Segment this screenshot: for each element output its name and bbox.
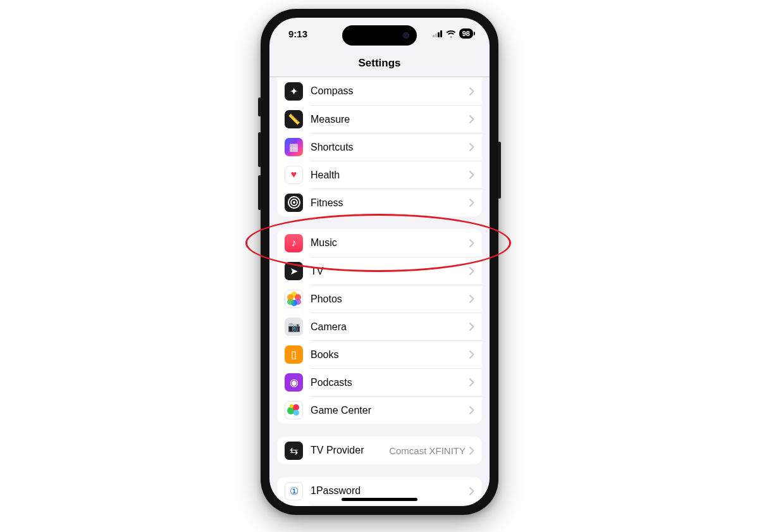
row-content: Camera <box>311 312 482 340</box>
settings-group-media: ♪Music➤TVPhotos📷Camera▯Books◉PodcastsGam… <box>277 229 482 424</box>
row-label: TV <box>311 266 469 277</box>
row-content: Measure <box>311 105 482 133</box>
chevron-right-icon <box>469 115 474 123</box>
settings-row-music[interactable]: ♪Music <box>277 229 482 257</box>
settings-row-health[interactable]: ♥Health <box>277 161 482 189</box>
row-label: Photos <box>311 294 469 305</box>
chevron-right-icon <box>469 295 474 303</box>
photos-icon <box>285 290 303 308</box>
chevron-right-icon <box>469 447 474 455</box>
row-label: Shortcuts <box>311 142 469 153</box>
wifi-icon <box>446 28 456 39</box>
row-label: Measure <box>311 114 469 125</box>
chevron-right-icon <box>469 267 474 275</box>
svg-rect-1 <box>435 34 437 37</box>
chevron-right-icon <box>469 323 474 331</box>
screen: 9:13 98 Settings ✦Compass📏Measure▦Shortc… <box>269 18 490 506</box>
settings-row-gamecenter[interactable]: Game Center <box>277 396 482 424</box>
status-right: 98 <box>433 28 473 39</box>
settings-row-tv[interactable]: ➤TV <box>277 257 482 285</box>
chevron-right-icon <box>469 487 474 495</box>
status-time: 9:13 <box>288 28 307 39</box>
measure-icon: 📏 <box>285 110 303 128</box>
cellular-icon <box>433 28 443 39</box>
tv-icon: ➤ <box>285 262 303 280</box>
row-label: Health <box>311 170 469 181</box>
music-icon: ♪ <box>285 234 303 252</box>
volume-up-button <box>258 132 261 167</box>
chevron-right-icon <box>469 239 474 247</box>
row-label: Camera <box>311 321 469 333</box>
svg-rect-2 <box>438 32 440 37</box>
row-label: TV Provider <box>311 445 389 456</box>
silence-switch <box>258 97 261 116</box>
chevron-right-icon <box>469 406 474 414</box>
side-button <box>498 142 501 199</box>
row-content: Books <box>311 340 482 368</box>
settings-row-compass[interactable]: ✦Compass <box>277 77 482 105</box>
camera-icon: 📷 <box>285 318 303 336</box>
row-label: Fitness <box>311 197 469 209</box>
chevron-right-icon <box>469 143 474 151</box>
row-content: Podcasts <box>311 368 482 396</box>
settings-row-books[interactable]: ▯Books <box>277 340 482 368</box>
books-icon: ▯ <box>285 345 303 364</box>
row-content: 3DMark Wild Life Extreme <box>311 505 482 506</box>
row-content: Photos <box>311 285 482 312</box>
row-label: 1Password <box>311 485 469 497</box>
nav-bar: Settings <box>269 49 490 77</box>
settings-row-podcasts[interactable]: ◉Podcasts <box>277 368 482 396</box>
row-content: TV ProviderComcast XFINITY <box>311 436 482 464</box>
row-label: Music <box>311 237 469 249</box>
row-detail: Comcast XFINITY <box>389 445 466 456</box>
row-content: Music <box>311 229 482 257</box>
settings-row-camera[interactable]: 📷Camera <box>277 312 482 340</box>
row-content: Health <box>311 161 482 189</box>
row-label: Podcasts <box>311 377 469 388</box>
svg-rect-0 <box>433 35 435 37</box>
volume-down-button <box>258 175 261 210</box>
row-label: Compass <box>311 85 469 97</box>
settings-row-measure[interactable]: 📏Measure <box>277 105 482 133</box>
home-indicator[interactable] <box>342 498 417 501</box>
row-content: TV <box>311 257 482 285</box>
settings-row-photos[interactable]: Photos <box>277 285 482 312</box>
shortcuts-icon: ▦ <box>285 138 303 156</box>
tvprovider-icon: ⇆ <box>285 442 303 460</box>
chevron-right-icon <box>469 171 474 179</box>
settings-group-third-party: ①1Password〰3DMark Wild Life Extreme <box>277 477 482 506</box>
row-content: Shortcuts <box>311 133 482 161</box>
row-content: Compass <box>311 77 482 105</box>
chevron-right-icon <box>469 199 474 207</box>
row-content: Game Center <box>311 396 482 424</box>
settings-group-tv-provider: ⇆TV ProviderComcast XFINITY <box>277 436 482 464</box>
chevron-right-icon <box>469 378 474 387</box>
settings-row-fitness[interactable]: Fitness <box>277 189 482 216</box>
settings-row-3dmark[interactable]: 〰3DMark Wild Life Extreme <box>277 505 482 506</box>
chevron-right-icon <box>469 87 474 96</box>
phone-frame: 9:13 98 Settings ✦Compass📏Measure▦Shortc… <box>261 9 498 515</box>
front-camera <box>403 32 409 39</box>
row-content: Fitness <box>311 189 482 216</box>
row-label: Books <box>311 349 469 361</box>
fitness-icon <box>285 194 303 212</box>
1password-icon: ① <box>285 482 303 500</box>
row-label: Game Center <box>311 405 469 416</box>
settings-row-tvprovider[interactable]: ⇆TV ProviderComcast XFINITY <box>277 436 482 464</box>
chevron-right-icon <box>469 350 474 359</box>
compass-icon: ✦ <box>285 82 303 101</box>
settings-row-shortcuts[interactable]: ▦Shortcuts <box>277 133 482 161</box>
settings-scroll[interactable]: ✦Compass📏Measure▦Shortcuts♥HealthFitness… <box>269 77 490 506</box>
gamecenter-icon <box>285 401 303 419</box>
nav-title: Settings <box>358 57 400 70</box>
settings-group-apps-utilities: ✦Compass📏Measure▦Shortcuts♥HealthFitness <box>277 77 482 216</box>
svg-rect-3 <box>440 30 442 37</box>
podcasts-icon: ◉ <box>285 373 303 392</box>
health-icon: ♥ <box>285 166 303 184</box>
battery-pill: 98 <box>459 28 473 39</box>
dynamic-island <box>342 25 417 46</box>
